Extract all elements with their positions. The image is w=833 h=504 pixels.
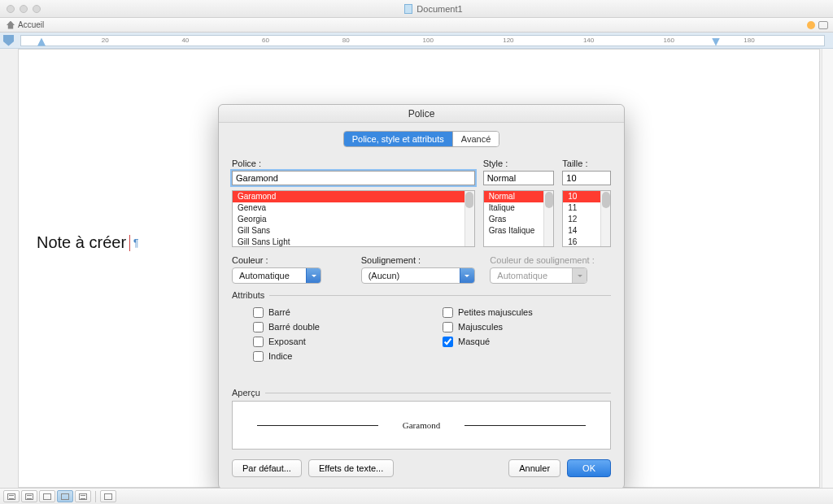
couleur-soulignement-value: Automatique [497,271,547,280]
toolbar-panel-icon[interactable] [818,21,828,29]
minimize-icon[interactable] [20,5,28,13]
chevron-down-icon [460,268,474,283]
effets-texte-button[interactable]: Effets de texte... [308,459,394,477]
zoom-icon[interactable] [33,5,41,13]
ruler-tick: 20 [102,37,109,44]
listbox-scrollbar[interactable] [600,191,610,246]
couleur-soulignement-select: Automatique [490,267,587,284]
document-icon [404,4,412,14]
style-listbox[interactable]: Normal Italique Gras Gras Italique [483,190,555,247]
checkbox-majuscules[interactable]: Majuscules [443,319,611,334]
text-caret [129,235,130,251]
preview-box: Garamond [232,401,611,450]
ruler-tick: 180 [744,37,754,44]
checkbox-barre-double[interactable]: Barré double [253,319,421,334]
listbox-scrollbar[interactable] [464,191,474,246]
pilcrow-icon: ¶ [133,237,138,249]
ruler-tick: 80 [342,37,350,44]
tab-stop-icon[interactable] [3,35,14,46]
par-defaut-button[interactable]: Par défaut... [232,459,302,477]
close-icon[interactable] [7,5,15,13]
list-item[interactable]: Gill Sans [233,225,474,237]
tab-avance[interactable]: Avancé [452,132,499,146]
attributs-label: Attributs [232,290,264,300]
status-bar [0,488,833,504]
font-dialog: Police Police, style et attributs Avancé… [218,104,625,489]
ruler-bar: 20 40 60 80 100 120 140 160 180 [0,33,833,49]
preview-text: Garamond [403,420,440,430]
soulignement-select[interactable]: (Aucun) [361,267,475,284]
ruler-tick: 160 [664,37,674,44]
view-mode-button[interactable] [21,490,37,502]
ok-button[interactable]: OK [567,459,611,477]
ruler-tick: 120 [503,37,513,44]
traffic-lights [7,5,41,13]
chevron-down-icon [306,268,321,283]
home-icon [7,21,15,29]
ruler-tick: 100 [423,37,434,44]
couleur-label: Couleur : [232,255,353,265]
horizontal-ruler[interactable]: 20 40 60 80 100 120 140 160 180 [20,35,825,46]
police-listbox[interactable]: Garamond Geneva Georgia Gill Sans Gill S… [232,190,475,247]
view-mode-button[interactable] [3,490,20,502]
toolbar-indicator-icon[interactable] [807,21,815,29]
attributs-header: Attributs [232,290,611,300]
apercu-header: Aperçu [232,388,611,398]
dialog-title: Police [219,105,624,123]
home-tab[interactable]: Accueil [7,20,44,29]
couleur-value: Automatique [239,271,290,280]
police-label: Police : [232,159,475,168]
document-text-line[interactable]: Note à créer ¶ [37,233,139,252]
tab-police-style[interactable]: Police, style et attributs [344,132,452,146]
dialog-tabs: Police, style et attributs Avancé [343,131,500,147]
vertical-scrollbar[interactable] [822,49,833,488]
document-title-text: Document1 [416,4,462,14]
right-margin-marker[interactable] [712,38,720,46]
list-item[interactable]: Georgia [233,214,474,225]
view-mode-button[interactable] [39,490,55,502]
view-mode-button[interactable] [57,490,73,502]
list-item[interactable]: Gill Sans Light [233,237,474,247]
taille-listbox[interactable]: 10 11 12 14 16 [562,190,611,247]
list-item[interactable]: Garamond [233,191,474,202]
document-text: Note à créer [37,233,126,252]
couleur-select[interactable]: Automatique [232,267,321,284]
view-mode-button[interactable] [75,490,91,502]
checkbox-petites-majuscules[interactable]: Petites majuscules [443,305,611,319]
workspace: Note à créer ¶ Police Police, style et a… [0,49,833,488]
document-title: Document1 [404,4,462,14]
checkbox-barre[interactable]: Barré [253,305,421,319]
app-toolbar: Accueil [0,18,833,33]
ruler-tick: 140 [583,37,594,44]
window-titlebar: Document1 [0,0,833,18]
annuler-button[interactable]: Annuler [508,459,560,477]
left-margin-marker[interactable] [37,38,46,46]
taille-input[interactable] [562,171,611,185]
ruler-tick: 40 [181,37,189,44]
police-input[interactable] [232,171,475,185]
list-item[interactable]: Geneva [233,202,474,214]
soulignement-value: (Aucun) [369,271,400,280]
home-tab-label: Accueil [18,20,44,29]
style-input[interactable] [483,171,555,185]
listbox-scrollbar[interactable] [543,191,553,246]
checkbox-indice[interactable]: Indice [253,349,421,363]
checkbox-exposant[interactable]: Exposant [253,334,421,349]
checkbox-masque[interactable]: Masqué [443,334,611,349]
style-label: Style : [483,159,555,168]
ruler-tick: 60 [262,37,269,44]
chevron-down-icon [572,268,587,283]
soulignement-label: Soulignement : [361,255,482,265]
couleur-soulignement-label: Couleur de soulignement : [490,255,611,265]
view-mode-button[interactable] [100,490,116,502]
apercu-label: Aperçu [232,388,260,398]
taille-label: Taille : [562,159,611,168]
